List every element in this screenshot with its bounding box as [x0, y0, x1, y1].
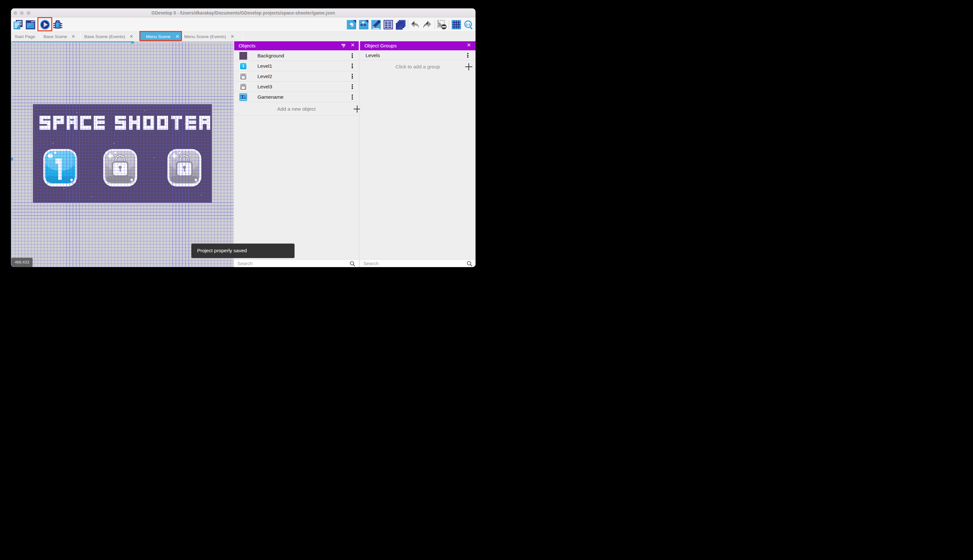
- svg-text:1:1: 1:1: [466, 23, 470, 26]
